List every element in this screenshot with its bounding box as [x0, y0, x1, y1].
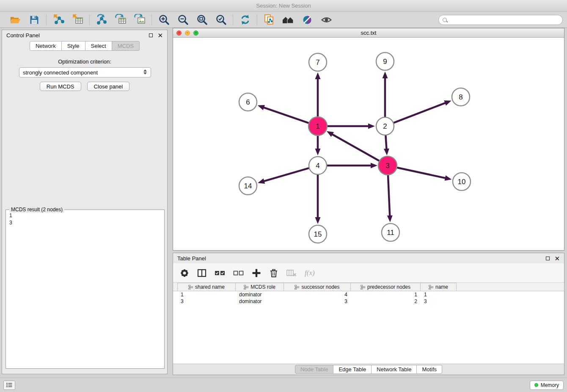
table-header-row: shared nameMCDS rolesuccessor nodesprede…: [173, 283, 564, 291]
status-bar: Memory: [0, 378, 567, 392]
column-header-predecessor-nodes[interactable]: predecessor nodes: [351, 283, 421, 291]
memory-button[interactable]: Memory: [530, 381, 564, 390]
close-panel-icon[interactable]: ✕: [157, 32, 163, 39]
graph-node-4[interactable]: 4: [309, 157, 327, 174]
save-session-icon[interactable]: [28, 14, 41, 26]
table-row[interactable]: 1dominator411: [177, 291, 564, 298]
tab-select[interactable]: Select: [85, 41, 112, 51]
graph-edge-3-11[interactable]: [388, 174, 390, 217]
delete-row-icon[interactable]: [269, 268, 278, 278]
search-input[interactable]: [449, 17, 559, 23]
home-layout-icon[interactable]: [282, 14, 295, 26]
export-image-icon[interactable]: [133, 14, 146, 26]
graph-edge-2-3[interactable]: [385, 135, 386, 150]
table-tab-network-table[interactable]: Network Table: [372, 365, 417, 374]
sort-icon: [429, 285, 433, 290]
columns-icon[interactable]: [197, 268, 206, 278]
svg-text:3: 3: [385, 162, 389, 170]
column-header-shared-name[interactable]: shared name: [177, 283, 236, 291]
new-network-icon[interactable]: [95, 14, 108, 26]
graph-edge-2-8[interactable]: [394, 102, 446, 123]
graph-edge-1-6[interactable]: [263, 107, 309, 123]
select-all-icon[interactable]: [215, 270, 225, 276]
table-tab-edge-table[interactable]: Edge Table: [333, 365, 372, 374]
window-minimize-icon[interactable]: −: [185, 30, 190, 36]
network-window-titlebar[interactable]: ✕ − + scc.txt: [173, 28, 564, 38]
table-cell: 3: [421, 298, 457, 304]
graph-node-8[interactable]: 8: [452, 88, 470, 106]
graph-node-15[interactable]: 15: [309, 225, 327, 243]
network-canvas[interactable]: 7968124314101511: [173, 38, 564, 250]
close-panel-button[interactable]: Close panel: [87, 82, 130, 91]
sort-icon: [361, 285, 365, 290]
table-cell: dominator: [236, 292, 284, 298]
svg-text:14: 14: [244, 182, 252, 190]
import-table-icon[interactable]: [71, 14, 84, 26]
table-cell: 4: [284, 292, 351, 298]
svg-text:15: 15: [314, 230, 322, 238]
window-close-icon[interactable]: ✕: [176, 30, 182, 36]
toolbar-group-session: [3, 14, 46, 26]
float-panel-icon[interactable]: [149, 33, 153, 37]
table-tab-node-table[interactable]: Node Table: [295, 365, 334, 374]
graph-node-11[interactable]: 11: [382, 224, 399, 241]
graph-edge-4-14[interactable]: [263, 168, 309, 182]
search-box[interactable]: [438, 15, 563, 25]
window-zoom-icon[interactable]: +: [193, 30, 198, 36]
tab-network[interactable]: Network: [30, 41, 62, 51]
criterion-dropdown[interactable]: strongly connected component: [19, 67, 151, 77]
import-network-icon[interactable]: [52, 14, 65, 26]
graph-node-10[interactable]: 10: [453, 173, 471, 190]
sort-icon: [295, 285, 299, 290]
column-header-name[interactable]: name: [421, 283, 457, 291]
status-menu-button[interactable]: [3, 381, 15, 390]
svg-text:8: 8: [459, 93, 462, 101]
table-tab-motifs[interactable]: Motifs: [417, 365, 442, 374]
add-row-icon[interactable]: [252, 268, 261, 278]
edge-arrowhead-icon: [384, 149, 389, 155]
zoom-out-icon[interactable]: [176, 14, 189, 26]
column-label: name: [435, 284, 448, 290]
table-cell: 2: [351, 298, 421, 304]
graph-node-9[interactable]: 9: [376, 52, 394, 70]
zoom-in-icon[interactable]: [157, 14, 170, 26]
graph-edge-3-10[interactable]: [396, 167, 446, 178]
apply-style-icon[interactable]: [301, 14, 314, 26]
result-item[interactable]: 1: [9, 212, 161, 219]
graph-node-14[interactable]: 14: [239, 177, 257, 195]
zoom-selected-icon[interactable]: [215, 14, 227, 26]
memory-status-icon: [534, 383, 538, 387]
edge-arrowhead-icon: [258, 179, 265, 184]
network-table-icon[interactable]: [114, 14, 127, 26]
column-header-successor-nodes[interactable]: successor nodes: [284, 283, 351, 291]
result-item[interactable]: 3: [9, 219, 161, 226]
svg-text:4: 4: [316, 162, 319, 170]
column-label: predecessor nodes: [367, 284, 410, 290]
graph-node-1[interactable]: 1: [308, 117, 327, 135]
run-mcds-button[interactable]: Run MCDS: [40, 82, 81, 91]
column-header-MCDS-role[interactable]: MCDS role: [236, 283, 284, 291]
close-table-panel-icon[interactable]: ✕: [554, 255, 560, 262]
graph-node-2[interactable]: 2: [376, 117, 394, 135]
open-session-icon[interactable]: [9, 14, 22, 26]
show-hide-icon[interactable]: [320, 14, 333, 26]
graph-node-7[interactable]: 7: [309, 53, 327, 71]
table-row[interactable]: 3dominator323: [177, 298, 564, 305]
mcds-result-title: MCDS result (2 nodes): [9, 207, 64, 213]
graph-node-3[interactable]: 3: [378, 156, 397, 175]
deselect-all-icon[interactable]: [233, 270, 244, 276]
table-cell: 1: [421, 292, 457, 298]
toolbar-group-network: [90, 14, 151, 26]
float-table-panel-icon[interactable]: [546, 257, 550, 260]
table-cell: 1: [177, 292, 236, 298]
table-cell: dominator: [236, 298, 284, 304]
graph-edge-3-1[interactable]: [331, 134, 380, 161]
zoom-fit-icon[interactable]: [195, 14, 208, 26]
gear-icon[interactable]: [180, 268, 189, 278]
graph-node-6[interactable]: 6: [239, 93, 257, 111]
tab-mcds[interactable]: MCDS: [112, 41, 140, 51]
tab-style[interactable]: Style: [62, 41, 85, 51]
copy-network-icon[interactable]: [263, 14, 275, 26]
refresh-layout-icon[interactable]: [239, 14, 251, 26]
edge-arrowhead-icon: [383, 72, 388, 78]
